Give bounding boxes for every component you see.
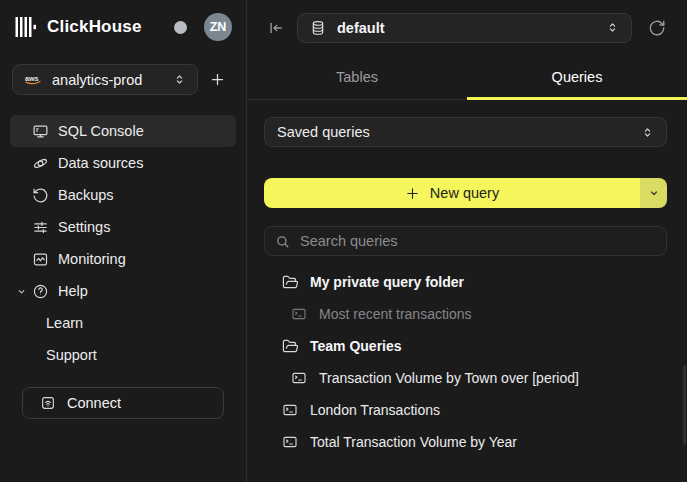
backups-icon xyxy=(32,187,49,204)
database-selector[interactable]: default xyxy=(297,13,632,43)
scrollbar-thumb[interactable] xyxy=(683,365,686,445)
sidebar-item-data-sources[interactable]: Data sources xyxy=(10,147,236,179)
folder-open-icon xyxy=(282,274,299,291)
tree-folder-team-queries[interactable]: Team Queries xyxy=(264,330,667,362)
query-terminal-icon xyxy=(291,370,308,387)
new-query-button[interactable]: New query xyxy=(264,178,640,208)
help-icon xyxy=(32,283,49,300)
app-window: ClickHouse ZN aws analytics-prod xyxy=(0,0,687,482)
tree-item-label: Total Transaction Volume by Year xyxy=(310,434,517,450)
tree-folder-private[interactable]: My private query folder xyxy=(264,266,667,298)
right-panel: default Tables Queries xyxy=(247,0,687,482)
query-terminal-icon xyxy=(282,434,299,451)
tree-query-most-recent-transactions[interactable]: Most recent transactions xyxy=(264,298,667,330)
tree-item-label: Most recent transactions xyxy=(319,306,472,322)
sidebar-item-label: Settings xyxy=(58,219,110,235)
tree-item-label: My private query folder xyxy=(310,274,464,290)
tree-item-label: Transaction Volume by Town over [period] xyxy=(319,370,579,386)
service-row: aws analytics-prod xyxy=(0,53,246,95)
sidebar-subitem-label: Support xyxy=(46,347,97,363)
settings-icon xyxy=(32,219,49,236)
tree-item-label: London Transactions xyxy=(310,402,440,418)
sidebar-item-backups[interactable]: Backups xyxy=(10,179,236,211)
tree-query-total-transaction-volume[interactable]: Total Transaction Volume by Year xyxy=(264,426,667,458)
sidebar-item-learn[interactable]: Learn xyxy=(10,307,236,339)
sidebar-item-label: Monitoring xyxy=(58,251,126,267)
new-query-split-button: New query xyxy=(264,178,667,208)
clickhouse-logo-icon xyxy=(14,15,38,39)
svg-text:aws: aws xyxy=(25,74,39,83)
avatar[interactable]: ZN xyxy=(204,13,232,41)
connect-icon xyxy=(40,395,56,411)
queries-panel: Saved queries New query xyxy=(247,100,687,482)
add-service-button[interactable] xyxy=(204,67,230,93)
status-dot xyxy=(174,21,187,34)
search-queries-input[interactable] xyxy=(298,232,656,250)
chevron-down-icon xyxy=(648,187,660,199)
sidebar-nav: SQL Console Data sources xyxy=(0,115,246,419)
sidebar-item-monitoring[interactable]: Monitoring xyxy=(10,243,236,275)
sql-console-icon xyxy=(32,123,49,140)
sidebar-item-label: Help xyxy=(58,283,88,299)
sidebar-item-label: Backups xyxy=(58,187,114,203)
connect-label: Connect xyxy=(67,395,121,411)
query-terminal-icon xyxy=(291,306,308,323)
brand-row: ClickHouse ZN xyxy=(0,0,246,53)
tree-query-transaction-volume-by-town[interactable]: Transaction Volume by Town over [period] xyxy=(264,362,667,394)
saved-queries-dropdown[interactable]: Saved queries xyxy=(264,117,667,147)
connect-row: Connect xyxy=(22,387,224,419)
tab-bar: Tables Queries xyxy=(247,55,687,100)
sidebar-subitem-label: Learn xyxy=(46,315,83,331)
collapse-left-icon[interactable] xyxy=(264,16,288,40)
plus-icon xyxy=(405,186,420,201)
new-query-menu-button[interactable] xyxy=(640,178,667,208)
chevron-down-icon[interactable] xyxy=(16,286,27,297)
query-tree: My private query folder Most recent tran… xyxy=(264,266,667,458)
tab-label: Queries xyxy=(552,69,603,85)
database-icon xyxy=(310,20,326,36)
panel-topbar: default xyxy=(247,0,687,55)
sidebar-item-settings[interactable]: Settings xyxy=(10,211,236,243)
folder-open-icon xyxy=(282,338,299,355)
sidebar: ClickHouse ZN aws analytics-prod xyxy=(0,0,247,482)
sidebar-item-support[interactable]: Support xyxy=(10,339,236,371)
search-icon xyxy=(275,234,290,249)
sidebar-item-label: Data sources xyxy=(58,155,143,171)
saved-queries-dropdown-value: Saved queries xyxy=(277,124,370,140)
data-sources-icon xyxy=(32,155,49,172)
aws-icon: aws xyxy=(24,73,42,86)
brand-title: ClickHouse xyxy=(47,17,142,37)
chevron-updown-icon xyxy=(606,21,619,34)
new-query-label: New query xyxy=(430,185,499,201)
chevron-updown-icon xyxy=(641,126,654,139)
database-selector-value: default xyxy=(337,20,385,36)
sidebar-item-help[interactable]: Help xyxy=(10,275,236,307)
refresh-icon[interactable] xyxy=(645,16,669,40)
tree-query-london-transactions[interactable]: London Transactions xyxy=(264,394,667,426)
service-selector[interactable]: aws analytics-prod xyxy=(12,64,198,95)
tree-item-label: Team Queries xyxy=(310,338,402,354)
tab-tables[interactable]: Tables xyxy=(247,55,467,99)
tab-queries[interactable]: Queries xyxy=(467,55,687,99)
chevron-updown-icon xyxy=(173,73,186,86)
sidebar-item-sql-console[interactable]: SQL Console xyxy=(10,115,236,147)
monitoring-icon xyxy=(32,251,49,268)
search-box xyxy=(264,226,667,256)
tab-label: Tables xyxy=(336,69,378,85)
query-terminal-icon xyxy=(282,402,299,419)
sidebar-item-label: SQL Console xyxy=(58,123,144,139)
connect-button[interactable]: Connect xyxy=(22,387,224,419)
service-selector-value: analytics-prod xyxy=(52,72,142,88)
